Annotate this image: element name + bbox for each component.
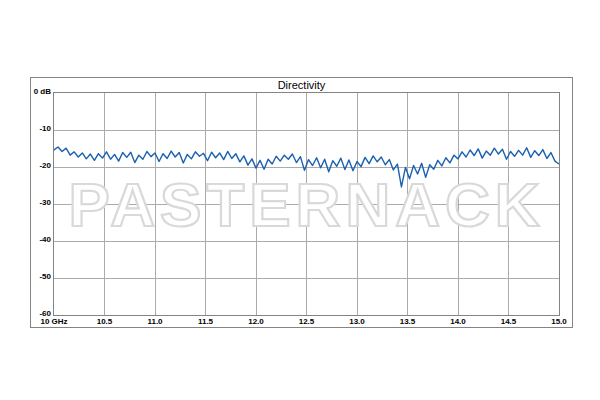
x-tick-label: 12.5	[279, 317, 335, 327]
y-tick-label: -20	[31, 161, 51, 171]
x-tick-label: 14.0	[430, 317, 486, 327]
x-tick-label: 13.5	[380, 317, 436, 327]
x-tick-label: 14.5	[481, 317, 537, 327]
y-tick-label: -50	[31, 272, 51, 282]
x-tick-label: 11.5	[178, 317, 234, 327]
y-tick-label: -40	[31, 235, 51, 245]
directivity-trace	[54, 93, 559, 315]
plot-area: PASTERNACK	[53, 92, 560, 316]
x-tick-label: 12.0	[228, 317, 284, 327]
screenshot-canvas: Directivity PASTERNACK 0 dB-10-20-30-40-…	[0, 0, 600, 400]
y-tick-label: 0 dB	[31, 87, 51, 97]
y-tick-label: -30	[31, 198, 51, 208]
x-tick-label: 10.5	[77, 317, 133, 327]
chart-title: Directivity	[31, 78, 572, 92]
x-tick-label: 11.0	[127, 317, 183, 327]
x-tick-label: 15.0	[531, 317, 587, 327]
x-tick-label: 10 GHz	[26, 317, 82, 327]
directivity-chart: Directivity PASTERNACK 0 dB-10-20-30-40-…	[30, 77, 573, 328]
y-tick-label: -10	[31, 124, 51, 134]
x-tick-label: 13.0	[329, 317, 385, 327]
trace-line	[54, 147, 559, 187]
